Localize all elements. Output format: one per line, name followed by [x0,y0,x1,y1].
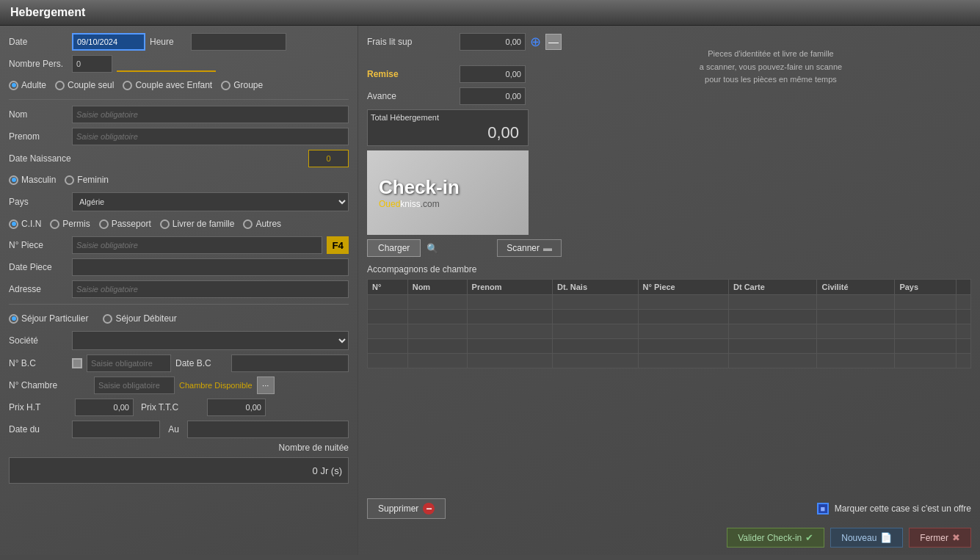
nuite-box-row [9,457,349,487]
scanner-button[interactable]: Scanner ▬ [497,239,562,257]
checkin-com: .com [421,199,440,209]
radio-adulte-circle [9,81,18,90]
nouveau-label: Nouveau [841,533,876,543]
n-chambre-row: N° Chambre Chambre Disponible ··· [9,377,349,394]
frais-lit-input[interactable] [460,33,526,51]
date-naissance-input[interactable] [308,150,349,167]
date-heure-row: Date 09/10/2024 Heure [9,33,349,51]
col-civilite: Civilité [817,280,895,295]
nbc-input[interactable] [87,354,171,372]
offre-row: ■ Marquer cette case si c'est un offre [817,503,971,514]
checkin-kniss: kniss [400,199,420,209]
radio-permis[interactable]: Permis [50,219,90,229]
radio-livret[interactable]: Livrer de famille [160,219,235,229]
avance-label: Avance [367,91,455,101]
prix-ht-input[interactable] [75,399,134,416]
col-pays: Pays [895,280,957,295]
nbc-checkbox[interactable] [72,358,82,368]
valider-button[interactable]: Valider Check-in ✔ [727,528,824,548]
radio-passeport-circle [99,219,109,229]
fermer-button[interactable]: Fermer ✖ [909,528,971,548]
radio-couple-enfant[interactable]: Couple avec Enfant [123,80,212,90]
prenom-input[interactable] [72,128,349,145]
col-dt-carte: Dt Carte [728,280,816,295]
chambre-dots-button[interactable]: ··· [257,377,275,394]
au-label: Au [164,424,183,434]
radio-groupe[interactable]: Groupe [221,80,263,90]
n-chambre-label: N° Chambre [9,380,90,390]
radio-cin-circle [9,219,18,229]
radio-couple-seul-circle [55,81,65,90]
radio-autres-circle [243,219,253,229]
charger-button[interactable]: Charger [367,239,421,257]
n-piece-input[interactable] [72,236,322,254]
search-icon: 🔍 [427,243,438,254]
avance-row: Avance [367,87,562,105]
pays-select[interactable]: Algérie [72,192,349,211]
au-input[interactable] [187,421,349,438]
prix-ht-label: Prix H.T [9,402,68,412]
radio-feminin[interactable]: Feminin [65,175,109,185]
date-bc-input[interactable] [231,354,349,372]
nuite-input[interactable] [9,457,349,484]
table-row [368,354,971,368]
minus-circle-icon: − [423,503,435,514]
radio-feminin-circle [65,175,74,185]
radio-sejour-particulier[interactable]: Séjour Particulier [9,313,88,324]
frais-minus-button[interactable]: — [545,34,562,50]
radio-sejour-debiteur[interactable]: Séjour Débiteur [103,313,176,324]
date-piece-row: Date Piece [9,258,349,276]
new-icon: 📄 [880,532,892,543]
radio-sejour-particulier-circle [9,314,18,324]
avance-input[interactable] [460,87,526,105]
fermer-label: Fermer [920,533,948,543]
table-row [368,339,971,354]
type-radio-group: Adulte Couple seul Couple avec Enfant Gr… [9,77,349,93]
prix-row: Prix H.T Prix T.T.C [9,399,349,416]
adresse-input[interactable] [72,280,349,298]
adresse-label: Adresse [9,284,68,294]
radio-autres[interactable]: Autres [243,219,281,229]
date-naissance-row: Date Naissance [9,150,349,167]
col-n: N° [368,280,408,295]
supprimer-button[interactable]: Supprimer − [367,498,446,519]
radio-adulte[interactable]: Adulte [9,80,46,90]
date-label: Date [9,37,68,47]
nom-row: Nom [9,106,349,123]
radio-permis-circle [50,219,59,229]
right-panel: Frais lit sup ⊕ — Remise Avance Total [358,26,980,555]
col-n-piece: N° Piece [638,280,728,295]
prix-ttc-input[interactable] [207,399,266,416]
radio-cin[interactable]: C.I.N [9,219,41,229]
col-dt-nais: Dt. Nais [553,280,639,295]
societe-select[interactable] [72,331,349,350]
charger-scanner-row: Charger 🔍 Scanner ▬ [367,239,562,257]
scan-info: Pieces d'identitée et livre de famille a… [570,33,971,257]
accomp-table: N° Nom Prenom Dt. Nais N° Piece Dt Carte… [367,279,971,368]
f4-button[interactable]: F4 [327,236,349,254]
heure-label: Heure [150,37,186,47]
close-icon: ✖ [952,532,960,543]
radio-masculin[interactable]: Masculin [9,175,56,185]
heure-input[interactable] [191,33,286,51]
frais-plus-button[interactable]: ⊕ [530,35,541,48]
nom-input[interactable] [72,106,349,123]
remise-input[interactable] [460,65,526,83]
nouveau-button[interactable]: Nouveau 📄 [830,528,903,548]
offre-checkbox[interactable]: ■ [817,503,829,514]
date-input[interactable]: 09/10/2024 [72,33,145,51]
n-chambre-input[interactable] [94,377,175,394]
nombre-pers-row: Nombre Pers. [9,55,349,73]
prix-ttc-label: Prix T.T.C [141,402,200,412]
date-du-label: Date du [9,424,68,434]
table-row [368,295,971,310]
radio-couple-seul[interactable]: Couple seul [55,80,114,90]
date-piece-input[interactable] [72,258,349,276]
radio-masculin-circle [9,175,18,185]
nombre-extra-input[interactable] [117,56,216,72]
nombre-input[interactable] [72,55,112,73]
date-naissance-label: Date Naissance [9,153,90,164]
date-du-input[interactable] [72,421,160,438]
radio-passeport[interactable]: Passeport [99,219,151,229]
app-title: Hebergement [10,6,85,18]
